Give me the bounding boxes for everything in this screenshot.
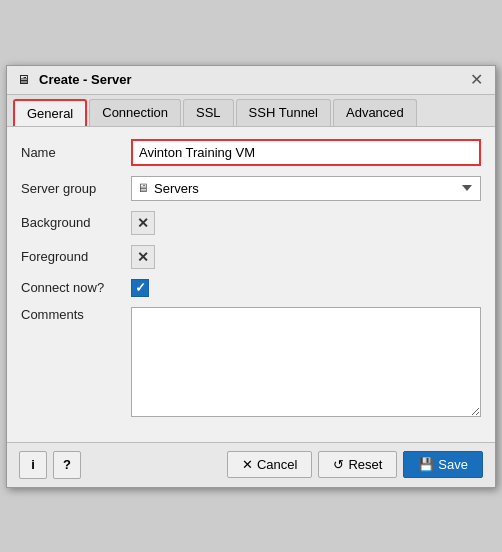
tab-advanced[interactable]: Advanced [333, 99, 417, 126]
background-x-button[interactable]: ✕ [131, 211, 155, 235]
footer-right: ✕ Cancel ↺ Reset 💾 Save [227, 451, 483, 478]
background-label: Background [21, 215, 131, 230]
background-control: ✕ [131, 211, 481, 235]
name-input[interactable] [131, 139, 481, 166]
tab-ssl[interactable]: SSL [183, 99, 234, 126]
tab-bar: General Connection SSL SSH Tunnel Advanc… [7, 95, 495, 127]
reset-button[interactable]: ↺ Reset [318, 451, 397, 478]
background-row: Background ✕ [21, 211, 481, 235]
connect-now-control [131, 279, 481, 297]
server-group-control: 🖥 Servers [131, 176, 481, 201]
foreground-label: Foreground [21, 249, 131, 264]
title-bar-left: 🖥 Create - Server [17, 72, 132, 88]
info-button[interactable]: i [19, 451, 47, 479]
cancel-icon: ✕ [242, 457, 253, 472]
comments-control [131, 307, 481, 420]
server-icon: 🖥 [17, 72, 33, 88]
comments-label: Comments [21, 307, 131, 322]
save-button[interactable]: 💾 Save [403, 451, 483, 478]
connect-now-label: Connect now? [21, 280, 131, 295]
server-group-wrapper: 🖥 Servers [131, 176, 481, 201]
tab-ssh-tunnel[interactable]: SSH Tunnel [236, 99, 331, 126]
cancel-label: Cancel [257, 457, 297, 472]
cancel-button[interactable]: ✕ Cancel [227, 451, 312, 478]
name-label: Name [21, 145, 131, 160]
dialog-title: Create - Server [39, 72, 132, 87]
connect-now-row: Connect now? [21, 279, 481, 297]
name-row: Name [21, 139, 481, 166]
server-group-select[interactable]: Servers [131, 176, 481, 201]
tab-general[interactable]: General [13, 99, 87, 126]
title-bar: 🖥 Create - Server ✕ [7, 66, 495, 95]
help-button[interactable]: ? [53, 451, 81, 479]
comments-textarea[interactable] [131, 307, 481, 417]
save-icon: 💾 [418, 457, 434, 472]
reset-label: Reset [348, 457, 382, 472]
footer-left: i ? [19, 451, 81, 479]
comments-row: Comments [21, 307, 481, 420]
reset-icon: ↺ [333, 457, 344, 472]
foreground-row: Foreground ✕ [21, 245, 481, 269]
close-button[interactable]: ✕ [468, 72, 485, 88]
save-label: Save [438, 457, 468, 472]
server-group-label: Server group [21, 181, 131, 196]
foreground-x-button[interactable]: ✕ [131, 245, 155, 269]
tab-connection[interactable]: Connection [89, 99, 181, 126]
footer: i ? ✕ Cancel ↺ Reset 💾 Save [7, 442, 495, 487]
foreground-control: ✕ [131, 245, 481, 269]
connect-now-checkbox[interactable] [131, 279, 149, 297]
name-control [131, 139, 481, 166]
form-area: Name Server group 🖥 Servers Background ✕ [7, 127, 495, 442]
create-server-dialog: 🖥 Create - Server ✕ General Connection S… [6, 65, 496, 488]
server-group-row: Server group 🖥 Servers [21, 176, 481, 201]
